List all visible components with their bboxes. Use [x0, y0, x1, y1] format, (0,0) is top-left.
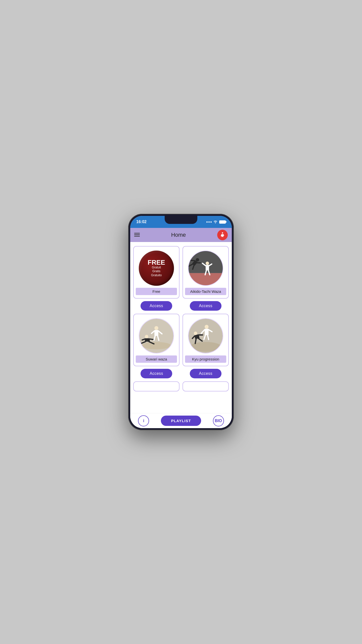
wifi-icon [213, 220, 218, 224]
signal-dot-3 [210, 221, 212, 223]
access-button-aikido[interactable]: Access [190, 301, 221, 311]
card-label-suwari: Suwari waza [136, 355, 177, 363]
card-kyu: Kyu progression [183, 314, 229, 366]
access-button-free[interactable]: Access [141, 301, 172, 311]
suwari-scene-image [139, 318, 174, 353]
free-badge: FREE GratuitGratisGratuito [139, 251, 174, 286]
card-label-free: Free [136, 288, 177, 295]
header-title: Home [171, 232, 186, 238]
svg-point-14 [206, 262, 209, 265]
status-bar: 16:02 [130, 216, 232, 228]
svg-point-42 [205, 325, 209, 329]
signal-dots [206, 221, 212, 223]
hamburger-icon[interactable] [134, 232, 140, 238]
card-partial-left [133, 381, 179, 391]
logo-circle [217, 230, 228, 240]
bio-button[interactable]: BIO [213, 415, 224, 426]
access-button-suwari[interactable]: Access [141, 369, 172, 378]
card-label-aikido: Aikido-Tachi Waza [185, 288, 226, 295]
card-wrapper-suwari: Suwari waza Access [133, 314, 179, 378]
card-aikido: Aikido-Tachi Waza [183, 246, 229, 299]
cards-grid: FREE GratuitGratisGratuito Free Access [133, 246, 229, 378]
cards-grid-partial [133, 381, 229, 391]
status-icons [206, 220, 226, 224]
playlist-button[interactable]: PLAYLIST [161, 416, 201, 426]
app-content: FREE GratuitGratisGratuito Free Access [130, 242, 232, 413]
aikido-scene-image [188, 251, 223, 286]
svg-point-28 [154, 326, 158, 330]
bottom-nav: i PLAYLIST BIO [130, 413, 232, 428]
status-time: 16:02 [136, 220, 147, 224]
svg-point-3 [222, 232, 223, 234]
battery-icon [219, 220, 226, 224]
card-label-kyu: Kyu progression [185, 355, 226, 363]
access-button-kyu[interactable]: Access [190, 369, 221, 378]
free-text: FREE [148, 259, 165, 266]
notch [165, 216, 197, 224]
card-wrapper-free: FREE GratuitGratisGratuito Free Access [133, 246, 179, 311]
svg-point-22 [145, 335, 148, 338]
svg-point-21 [142, 342, 171, 349]
free-subtext: GratuitGratisGratuito [151, 266, 162, 277]
card-wrapper-kyu: Kyu progression Access [183, 314, 229, 378]
app-header: Home [130, 228, 232, 242]
phone-screen: 16:02 [130, 216, 232, 428]
card-partial-right [183, 381, 229, 391]
phone-shell: 16:02 [128, 214, 234, 430]
info-button[interactable]: i [138, 415, 149, 426]
card-wrapper-aikido: Aikido-Tachi Waza Access [183, 246, 229, 311]
card-free: FREE GratuitGratisGratuito Free [133, 246, 179, 299]
svg-line-25 [150, 339, 154, 340]
signal-dot-1 [206, 221, 208, 223]
card-suwari: Suwari waza [133, 314, 179, 366]
kyu-scene-image [188, 318, 223, 353]
svg-point-35 [190, 342, 221, 352]
signal-dot-2 [208, 221, 210, 223]
